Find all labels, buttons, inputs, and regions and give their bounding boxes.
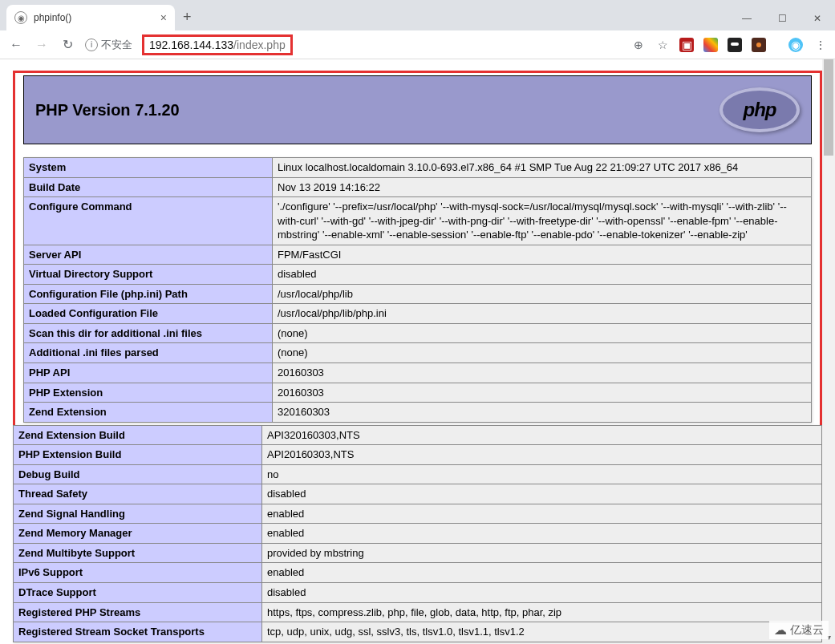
address-input[interactable]: 192.168.144.133/index.php [149,38,286,51]
url-highlight-box: 192.168.144.133/index.php [142,34,293,55]
info-value: (none) [273,323,812,343]
table-row: Scan this dir for additional .ini files(… [24,323,812,343]
php-logo: php [719,87,800,132]
info-key: System [24,158,273,178]
table-row: Server APIFPM/FastCGI [24,245,812,265]
info-key: Zend Memory Manager [14,524,262,544]
scrollbar-thumb[interactable] [824,59,833,156]
info-key: IPv6 Support [14,563,262,583]
close-window-button[interactable]: ✕ [800,6,835,30]
reload-button[interactable]: ↻ [59,37,75,52]
table-row: Zend Memory Managerenabled [14,524,822,544]
info-value: disabled [273,265,812,285]
info-value: 320160303 [273,403,812,423]
table-row: PHP Extension BuildAPI20160303,NTS [14,445,822,465]
close-icon[interactable]: × [160,11,167,24]
minimize-button[interactable]: — [729,6,764,30]
info-value: 20160303 [273,383,812,403]
info-value: Linux localhost.localdomain 3.10.0-693.e… [273,158,812,178]
info-key: Additional .ini files parsed [24,343,273,363]
info-key: Loaded Configuration File [24,304,273,324]
page-title: PHP Version 7.1.20 [35,101,180,119]
info-value: disabled [262,583,822,603]
info-key: PHP Extension Build [14,445,262,465]
info-key: Server API [24,245,273,265]
watermark-text: 亿速云 [790,623,824,638]
page-viewport: ▴ ▾ PHP Version 7.1.20 php SystemLinux l… [0,59,835,644]
info-value: provided by mbstring [262,543,822,563]
highlight-box: PHP Version 7.1.20 php SystemLinux local… [13,71,822,427]
toolbar-icons: ⊕ ☆ ▣ ◉ ⋮ [631,38,827,52]
watermark: ☁ 亿速云 [769,621,829,639]
window-controls: — ☐ ✕ [729,6,835,30]
info-key: Thread Safety [14,484,262,504]
info-key: Registered Stream Socket Transports [14,622,262,642]
table-row: Zend Extension320160303 [24,403,812,423]
table-row: Thread Safetydisabled [14,484,822,504]
page-content: PHP Version 7.1.20 php SystemLinux local… [0,59,835,642]
table-row: Debug Buildno [14,464,822,484]
table-row: Additional .ini files parsed(none) [24,343,812,363]
table-row: Configure Command'./configure' '--prefix… [24,197,812,245]
new-tab-button[interactable]: + [183,9,192,26]
info-key: Debug Build [14,464,262,484]
table-row: Configuration File (php.ini) Path/usr/lo… [24,284,812,304]
info-value: API20160303,NTS [262,445,822,465]
info-key: PHP API [24,363,273,383]
table-row: SystemLinux localhost.localdomain 3.10.0… [24,158,812,178]
scrollbar[interactable]: ▴ ▾ [822,59,835,644]
table-row: IPv6 Supportenabled [14,563,822,583]
translate-icon[interactable]: ⊕ [631,38,646,52]
table-row: Virtual Directory Supportdisabled [24,265,812,285]
info-value: enabled [262,524,822,544]
info-value: enabled [262,563,822,583]
security-chip[interactable]: i 不安全 [85,38,132,52]
php-logo-text: php [744,99,776,121]
cloud-icon: ☁ [774,622,787,638]
info-value: API320160303,NTS [262,425,822,445]
info-key: Scan this dir for additional .ini files [24,323,273,343]
google-ext-icon[interactable] [703,38,718,52]
table-row: Registered Stream Socket Transportstcp, … [14,622,822,642]
address-bar: ← → ↻ i 不安全 192.168.144.133/index.php ⊕ … [0,30,835,59]
profile-icon[interactable]: ◉ [788,38,803,52]
info-value: 20160303 [273,363,812,383]
info-key: PHP Extension [24,383,273,403]
maximize-button[interactable]: ☐ [764,6,800,30]
table-row: Registered PHP Streamshttps, ftps, compr… [14,602,822,622]
info-key: DTrace Support [14,583,262,603]
url-host: 192.168.144.133 [149,38,233,51]
info-value: disabled [262,484,822,504]
info-key: Zend Multibyte Support [14,543,262,563]
info-value: https, ftps, compress.zlib, php, file, g… [262,602,822,622]
info-value: tcp, udp, unix, udg, ssl, sslv3, tls, tl… [262,622,822,642]
info-value: /usr/local/php/lib/php.ini [273,304,812,324]
back-button[interactable]: ← [8,38,24,52]
table-row: Zend Signal Handlingenabled [14,504,822,524]
info-value: /usr/local/php/lib [273,284,812,304]
tab-title: phpinfo() [34,12,160,23]
incognito-ext-icon[interactable] [728,38,742,52]
table-row: Zend Multibyte Supportprovided by mbstri… [14,543,822,563]
info-icon: i [85,38,98,51]
recorder-ext-icon[interactable] [752,38,766,52]
adblock-icon[interactable]: ▣ [679,38,694,52]
info-value: no [262,464,822,484]
menu-icon[interactable]: ⋮ [813,38,827,52]
info-key: Zend Signal Handling [14,504,262,524]
info-key: Zend Extension [24,403,273,423]
table-row: DTrace Supportdisabled [14,583,822,603]
info-key: Registered PHP Streams [14,602,262,622]
table-row: PHP Extension20160303 [24,383,812,403]
security-label: 不安全 [101,38,132,52]
info-table-lower: Zend Extension BuildAPI320160303,NTSPHP … [13,425,822,642]
info-key: Build Date [24,177,273,197]
info-table-upper: SystemLinux localhost.localdomain 3.10.0… [23,157,812,423]
forward-button[interactable]: → [34,38,50,52]
info-value: './configure' '--prefix=/usr/local/php' … [273,197,812,245]
browser-tab[interactable]: ◉ phpinfo() × [6,5,175,30]
info-key: Configuration File (php.ini) Path [24,284,273,304]
browser-titlebar: ◉ phpinfo() × + — ☐ ✕ [0,0,835,30]
bookmark-icon[interactable]: ☆ [655,38,670,52]
url-path: /index.php [233,38,286,51]
